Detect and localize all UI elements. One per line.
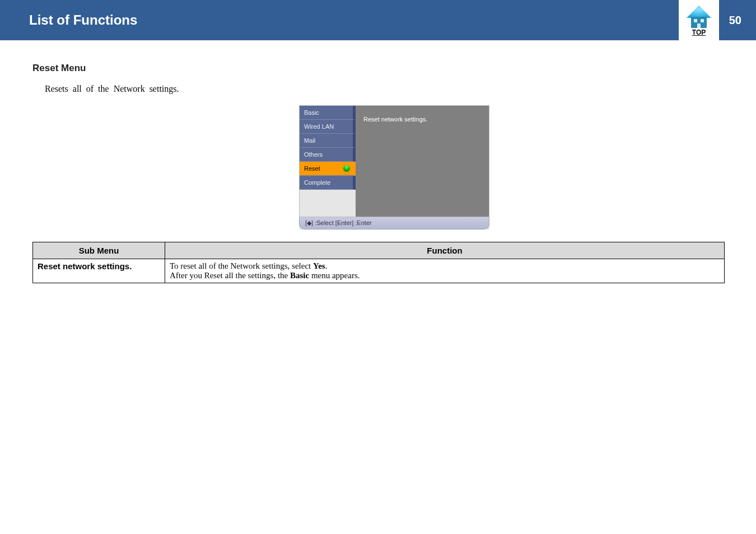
menu-tab-reset-label: Reset [304,165,320,172]
menu-tab-reset: Reset [300,162,356,176]
menu-tab-wired-lan: Wired LAN [300,120,356,134]
menu-tabs: Basic Wired LAN Mail Others Reset Comple… [300,106,356,217]
svg-rect-3 [701,19,704,22]
menu-tab-complete: Complete [300,176,356,190]
fn-line1-post: . [325,261,328,270]
table-header-function: Function [165,242,725,259]
menu-tab-mail: Mail [300,134,356,148]
header-bar: List of Functions TOP 50 [0,0,756,40]
table-cell-submenu: Reset network settings. [33,259,165,283]
menu-screenshot: Basic Wired LAN Mail Others Reset Comple… [299,105,489,229]
menu-tab-others: Others [300,148,356,162]
table-cell-function: To reset all of the Network settings, se… [165,259,725,283]
svg-marker-0 [687,6,711,18]
top-label: TOP [692,29,706,36]
menu-tab-basic: Basic [300,106,356,120]
page-title: List of Functions [29,12,137,28]
header-right: TOP 50 [679,0,756,40]
function-table: Sub Menu Function Reset network settings… [32,242,725,283]
fn-line2-post: menu appears. [309,271,360,280]
table-row: Reset network settings. To reset all of … [33,259,725,283]
page-content: Reset Menu Resets all of the Network set… [0,40,756,283]
fn-line1-pre: To reset all of the Network settings, se… [170,261,313,270]
menu-footer: [◆] :Select [Enter] :Enter [299,217,489,229]
fn-line1-bold: Yes [313,261,325,270]
fn-line2-bold: Basic [290,271,309,280]
fn-line2-pre: After you Reset all the settings, the [170,271,290,280]
page-number: 50 [729,14,756,27]
svg-rect-4 [697,24,701,28]
section-text: Resets all of the Network settings. [45,84,756,94]
section-heading: Reset Menu [32,63,756,74]
table-header-submenu: Sub Menu [33,242,165,259]
menu-right-text: Reset network settings. [363,116,427,123]
top-home-icon[interactable]: TOP [679,0,719,40]
menu-right-panel: Reset network settings. [356,106,489,217]
svg-rect-2 [694,19,697,22]
